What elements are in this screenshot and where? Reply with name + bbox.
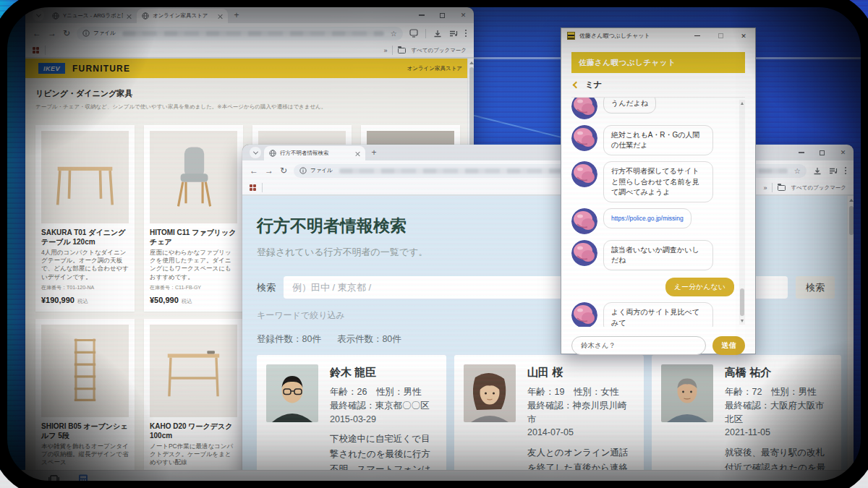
apps-grid-icon[interactable] xyxy=(33,47,39,53)
bookmarks-bar: » すべてのブックマーク xyxy=(25,43,474,58)
close-button[interactable]: ✕ xyxy=(732,28,755,43)
message-bubble-own: えー分かんない xyxy=(665,278,734,296)
globe-favicon xyxy=(142,12,149,20)
forward-button[interactable]: → xyxy=(265,166,273,176)
maximize-button[interactable] xyxy=(432,7,453,23)
person-card: 高橋 祐介 年齢：72 性別：男性 最終確認：大阪府大阪市北区 2021-11-… xyxy=(652,355,841,476)
tab-news[interactable]: Yニュース - ARGラボと関連ニュース xyxy=(47,9,137,23)
window-controls: ✕ xyxy=(791,145,854,160)
tab-search-button[interactable] xyxy=(250,147,261,158)
minimize-button[interactable] xyxy=(791,145,812,160)
tab-search-button[interactable] xyxy=(33,9,44,21)
contact-avatar xyxy=(571,161,597,187)
maximize-button[interactable] xyxy=(709,28,732,43)
address-bar[interactable]: ファイル ☆ xyxy=(77,27,403,40)
tab-close-icon[interactable] xyxy=(218,14,223,19)
store-brand: FURNITURE xyxy=(72,64,130,74)
chat-message: 行方不明者探してるサイトと照らし合わせて名前を見て調べてみようよ xyxy=(571,161,736,202)
overflow-chevrons[interactable]: » xyxy=(763,184,767,192)
product-card: HITOMI C11 ファブリックチェア 座面にやわらかなファブリックを使用した… xyxy=(144,125,243,312)
download-icon[interactable] xyxy=(813,167,822,175)
person-card: 山田 桜 年齢：19 性別：女性 最終確認：神奈川県川崎市 2014-07-05… xyxy=(454,355,644,476)
contact-avatar xyxy=(571,125,597,151)
back-button[interactable]: ← xyxy=(33,28,41,38)
browser-window-missing-persons: 行方不明者情報検索 + ✕ ← → ↻ ファイル ☆ xyxy=(242,145,854,476)
messages-area: うんだよね 絶対これもA・R・Gの人間の仕業だよ 行方不明者探してるサイトと照ら… xyxy=(571,98,745,327)
person-name: 鈴木 龍臣 xyxy=(330,366,437,380)
overflow-chevrons[interactable]: » xyxy=(383,47,387,54)
tab-close-icon[interactable] xyxy=(355,151,360,156)
product-card: SHIORI B05 オープンシェルフ 5段 本や雑貨を飾れるオープンタイプの収… xyxy=(35,319,135,474)
missing-persons-page: 行方不明者情報検索 登録されている行方不明者の一覧です。 検索 検索 キーワード… xyxy=(242,196,854,476)
apps-grid-icon[interactable] xyxy=(250,184,256,191)
person-photo xyxy=(464,364,516,422)
menu-kebab-icon[interactable] xyxy=(465,30,467,38)
chat-message: 絶対これもA・R・Gの人間の仕業だよ xyxy=(571,125,736,155)
back-button[interactable]: ← xyxy=(250,166,258,176)
bookmark-star-icon[interactable]: ☆ xyxy=(794,167,801,175)
forward-button[interactable]: → xyxy=(48,28,56,38)
person-card: 鈴木 龍臣 年齢：26 性別：男性 最終確認：東京都〇〇区 2015-03-29… xyxy=(257,355,446,476)
task-view-icon[interactable] xyxy=(48,474,59,484)
toolbar-icons xyxy=(813,167,846,175)
chat-message: よく両方のサイト見比べてみて xyxy=(571,302,736,327)
bookmark-star-icon[interactable]: ☆ xyxy=(391,30,397,38)
chat-link[interactable]: https://police.go.jp/missing xyxy=(611,215,684,222)
chat-window: 佐藤さん暇つぶしチャット ✕ 佐藤さん暇つぶしチャット ミナ うんだよね xyxy=(561,27,756,354)
chat-message: https://police.go.jp/missing xyxy=(571,208,736,234)
message-bubble: 行方不明者探してるサイトと照らし合わせて名前を見て調べてみようよ xyxy=(603,161,713,202)
message-bubble: https://police.go.jp/missing xyxy=(603,208,692,228)
page-scrollbar[interactable] xyxy=(847,196,854,476)
minimize-button[interactable] xyxy=(411,7,432,23)
reload-button[interactable]: ↻ xyxy=(63,28,70,38)
message-bubble: うんだよね xyxy=(603,98,656,114)
person-photo xyxy=(661,364,713,422)
browser-toolbar: ← → ↻ ファイル ☆ xyxy=(25,23,474,43)
chat-titlebar: 佐藤さん暇つぶしチャット ✕ xyxy=(561,28,755,43)
send-button[interactable]: 送信 xyxy=(712,336,745,355)
folder-icon xyxy=(398,48,406,53)
new-tab-button[interactable]: + xyxy=(368,147,380,159)
chat-input[interactable] xyxy=(571,336,706,355)
reading-list-icon[interactable] xyxy=(449,30,458,38)
product-card: KAHO D20 ワークデスク 100cm ノートPC作業に最適なコンパクトデス… xyxy=(144,319,243,474)
all-bookmarks-label[interactable]: すべてのブックマーク xyxy=(411,47,467,54)
back-icon[interactable] xyxy=(573,82,580,89)
registered-count: 登録件数：80件 xyxy=(257,333,321,346)
minimize-button[interactable] xyxy=(686,28,709,43)
tab-furniture-store[interactable]: オンライン家具ストア xyxy=(137,9,228,23)
all-bookmarks-label[interactable]: すべてのブックマーク xyxy=(791,184,846,192)
chat-scrollbar[interactable] xyxy=(739,100,745,325)
close-button[interactable]: ✕ xyxy=(833,145,854,160)
chat-window-title: 佐藤さん暇つぶしチャット xyxy=(579,32,650,40)
info-icon xyxy=(82,30,90,37)
monitor-screen: Yニュース - ARGラボと関連ニュース オンライン家具ストア + ✕ ← → … xyxy=(0,0,868,488)
calculator-icon[interactable] xyxy=(78,474,88,485)
tab-close-icon[interactable] xyxy=(127,14,132,19)
tab-label: 行方不明者情報検索 xyxy=(280,150,352,157)
menu-kebab-icon[interactable] xyxy=(845,167,846,175)
chat-header: 佐藤さん暇つぶしチャット xyxy=(571,52,745,73)
search-label: 検索 xyxy=(257,281,276,294)
folder-icon xyxy=(778,185,786,191)
download-icon[interactable] xyxy=(433,30,442,38)
search-button[interactable]: 検索 xyxy=(796,276,835,299)
close-button[interactable]: ✕ xyxy=(453,7,474,23)
tab-label: Yニュース - ARGラボと関連ニュース xyxy=(63,12,123,20)
send-to-device-icon[interactable] xyxy=(409,29,418,38)
globe-favicon xyxy=(269,150,276,157)
chat-message-own: えー分かんない xyxy=(571,278,734,296)
reading-list-icon[interactable] xyxy=(829,167,838,175)
new-tab-button[interactable]: + xyxy=(231,10,242,22)
tab-label: オンライン家具ストア xyxy=(153,12,214,20)
product-image-chair xyxy=(150,131,237,223)
taskbar-search-icon[interactable] xyxy=(19,474,30,485)
tab-missing-persons[interactable]: 行方不明者情報検索 xyxy=(264,146,365,160)
chat-input-row: 送信 xyxy=(571,336,745,355)
maximize-button[interactable] xyxy=(812,145,833,160)
toolbar-icons xyxy=(409,29,467,38)
window-controls: ✕ xyxy=(411,7,474,23)
reload-button[interactable]: ↻ xyxy=(280,166,287,176)
person-photo xyxy=(266,364,318,422)
message-bubble: 絶対これもA・R・Gの人間の仕業だよ xyxy=(603,125,713,155)
